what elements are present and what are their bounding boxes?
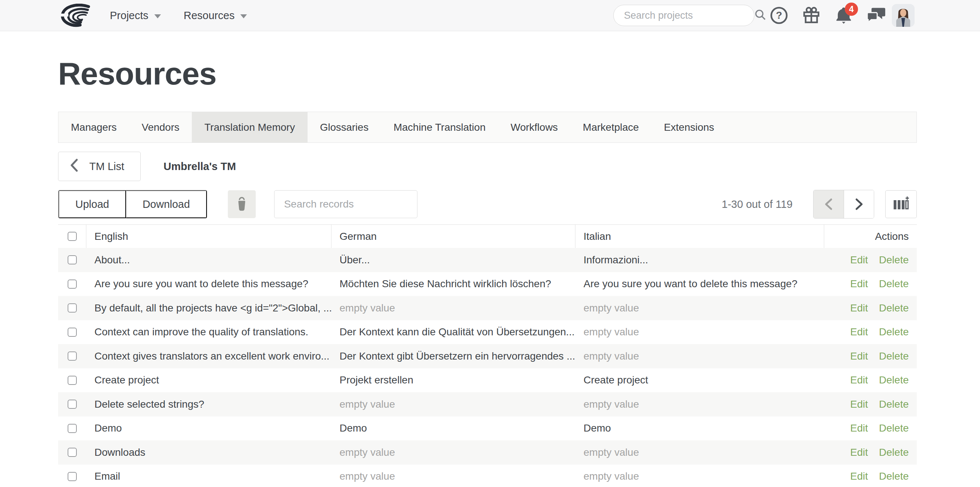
back-to-tm-list-button[interactable]: TM List <box>58 152 141 181</box>
delete-link[interactable]: Delete <box>879 398 909 410</box>
record-text: Context can improve the quality of trans… <box>86 320 331 344</box>
row-checkbox-cell <box>58 248 86 272</box>
row-actions: EditDelete <box>824 320 917 344</box>
edit-link[interactable]: Edit <box>850 374 868 386</box>
user-avatar[interactable] <box>892 4 915 27</box>
record-text: Demo <box>86 417 331 441</box>
tab-machine-translation[interactable]: Machine Translation <box>381 112 498 143</box>
empty-value-placeholder: empty value <box>584 326 639 338</box>
record-empty-value: empty value <box>331 392 576 417</box>
empty-value-placeholder: empty value <box>339 302 395 314</box>
trash-icon <box>235 197 248 212</box>
nav-resources-label: Resources <box>184 10 235 22</box>
bell-icon[interactable]: 4 <box>833 5 854 26</box>
delete-link[interactable]: Delete <box>879 471 909 482</box>
delete-link[interactable]: Delete <box>879 302 909 314</box>
tab-marketplace[interactable]: Marketplace <box>570 112 652 143</box>
row-checkbox[interactable] <box>68 352 77 361</box>
select-all-checkbox[interactable] <box>68 232 77 241</box>
empty-value-placeholder: empty value <box>584 351 639 362</box>
row-checkbox[interactable] <box>68 279 77 289</box>
record-text: Möchten Sie diese Nachricht wirklich lös… <box>331 272 576 297</box>
search-icon[interactable] <box>754 8 767 22</box>
row-checkbox[interactable] <box>68 472 77 481</box>
resources-tabs: Managers Vendors Translation Memory Glos… <box>58 112 917 143</box>
row-checkbox[interactable] <box>68 255 77 265</box>
projects-search-input[interactable] <box>624 10 754 21</box>
edit-link[interactable]: Edit <box>850 447 868 458</box>
row-actions: EditDelete <box>824 344 917 368</box>
table-body: About...Über...Informazioni...EditDelete… <box>58 248 917 487</box>
row-checkbox[interactable] <box>68 303 77 313</box>
row-checkbox[interactable] <box>68 328 77 337</box>
record-empty-value: empty value <box>331 465 576 487</box>
row-checkbox-cell <box>58 296 86 320</box>
records-search-input[interactable] <box>274 190 417 218</box>
download-button[interactable]: Download <box>126 190 207 218</box>
tab-vendors[interactable]: Vendors <box>129 112 192 143</box>
record-empty-value: empty value <box>576 465 824 487</box>
empty-value-placeholder: empty value <box>584 471 639 482</box>
delete-link[interactable]: Delete <box>879 278 909 290</box>
delete-link[interactable]: Delete <box>879 254 909 266</box>
table-row: Context can improve the quality of trans… <box>58 320 917 344</box>
nav-projects-menu[interactable]: Projects <box>110 10 161 22</box>
row-checkbox[interactable] <box>68 400 77 409</box>
delete-selected-button[interactable] <box>228 190 256 218</box>
edit-link[interactable]: Edit <box>850 398 868 410</box>
manage-columns-button[interactable] <box>885 190 917 218</box>
back-button-label: TM List <box>89 160 124 173</box>
table-row: By default, all the projects have <g id=… <box>58 296 917 320</box>
record-text: Create project <box>576 368 824 393</box>
delete-link[interactable]: Delete <box>879 447 909 458</box>
record-empty-value: empty value <box>331 296 576 320</box>
tab-extensions[interactable]: Extensions <box>652 112 727 143</box>
record-empty-value: empty value <box>576 344 824 368</box>
record-text: Email <box>86 465 331 487</box>
tab-managers[interactable]: Managers <box>59 112 129 143</box>
record-text: Über... <box>331 248 576 272</box>
record-text: Downloads <box>86 440 331 465</box>
tab-translation-memory[interactable]: Translation Memory <box>192 112 307 143</box>
empty-value-placeholder: empty value <box>584 398 639 410</box>
row-checkbox-cell <box>58 320 86 344</box>
row-checkbox-cell <box>58 344 86 368</box>
nav-projects-label: Projects <box>110 10 148 22</box>
edit-link[interactable]: Edit <box>850 254 868 266</box>
table-row: Are you sure you want to delete this mes… <box>58 272 917 297</box>
record-text: Demo <box>331 417 576 441</box>
next-page-button[interactable] <box>844 190 874 218</box>
nav-resources-menu[interactable]: Resources <box>184 10 247 22</box>
app-logo-icon[interactable] <box>57 4 96 27</box>
row-actions: EditDelete <box>824 368 917 393</box>
tab-workflows[interactable]: Workflows <box>498 112 570 143</box>
edit-link[interactable]: Edit <box>850 351 868 362</box>
delete-link[interactable]: Delete <box>879 326 909 338</box>
row-checkbox[interactable] <box>68 424 77 433</box>
chat-icon[interactable] <box>865 5 887 26</box>
row-checkbox[interactable] <box>68 448 77 457</box>
column-header-german: German <box>331 225 576 248</box>
tab-glossaries[interactable]: Glossaries <box>307 112 381 143</box>
edit-link[interactable]: Edit <box>850 278 868 290</box>
empty-value-placeholder: empty value <box>584 447 639 458</box>
row-actions: EditDelete <box>824 248 917 272</box>
chevron-down-icon <box>154 14 161 18</box>
delete-link[interactable]: Delete <box>879 422 909 434</box>
edit-link[interactable]: Edit <box>850 302 868 314</box>
delete-link[interactable]: Delete <box>879 351 909 362</box>
delete-link[interactable]: Delete <box>879 374 909 386</box>
record-text: Der Kontext gibt Übersetzern ein hervorr… <box>331 344 576 368</box>
help-icon[interactable]: ? <box>768 5 790 26</box>
prev-page-button[interactable] <box>813 190 844 218</box>
row-actions: EditDelete <box>824 296 917 320</box>
row-actions: EditDelete <box>824 440 917 465</box>
page-title: Resources <box>58 56 917 92</box>
record-text: Context gives translators an excellent w… <box>86 344 331 368</box>
edit-link[interactable]: Edit <box>850 326 868 338</box>
edit-link[interactable]: Edit <box>850 422 868 434</box>
row-checkbox[interactable] <box>68 376 77 385</box>
gift-icon[interactable] <box>801 5 822 26</box>
edit-link[interactable]: Edit <box>850 471 868 482</box>
upload-button[interactable]: Upload <box>59 190 126 218</box>
